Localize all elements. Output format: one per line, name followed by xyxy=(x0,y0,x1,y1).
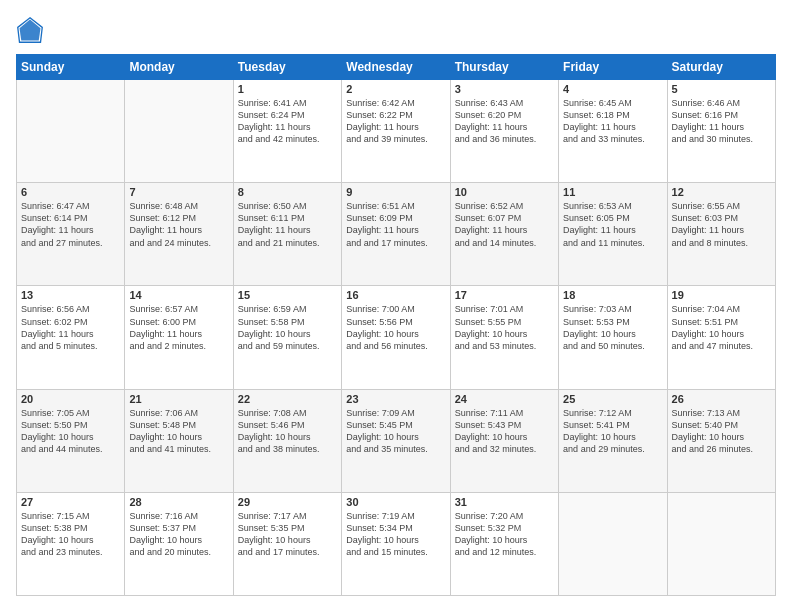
calendar-cell: 23Sunrise: 7:09 AMSunset: 5:45 PMDayligh… xyxy=(342,389,450,492)
daylight-line2: and and 41 minutes. xyxy=(129,443,228,455)
day-detail-line: Sunset: 5:40 PM xyxy=(672,419,771,431)
day-detail-line: Sunrise: 6:46 AM xyxy=(672,97,771,109)
calendar-header-tuesday: Tuesday xyxy=(233,55,341,80)
day-number: 29 xyxy=(238,496,337,508)
daylight-line2: and and 36 minutes. xyxy=(455,133,554,145)
day-detail-line: Sunset: 5:32 PM xyxy=(455,522,554,534)
calendar-week-row: 1Sunrise: 6:41 AMSunset: 6:24 PMDaylight… xyxy=(17,80,776,183)
day-info: Sunrise: 7:20 AMSunset: 5:32 PMDaylight:… xyxy=(455,510,554,559)
day-info: Sunrise: 6:50 AMSunset: 6:11 PMDaylight:… xyxy=(238,200,337,249)
day-detail-line: Sunset: 5:50 PM xyxy=(21,419,120,431)
daylight-line2: and and 17 minutes. xyxy=(238,546,337,558)
calendar-cell: 5Sunrise: 6:46 AMSunset: 6:16 PMDaylight… xyxy=(667,80,775,183)
day-detail-line: Sunrise: 6:56 AM xyxy=(21,303,120,315)
calendar-header-monday: Monday xyxy=(125,55,233,80)
day-info: Sunrise: 7:01 AMSunset: 5:55 PMDaylight:… xyxy=(455,303,554,352)
day-number: 15 xyxy=(238,289,337,301)
day-info: Sunrise: 6:51 AMSunset: 6:09 PMDaylight:… xyxy=(346,200,445,249)
day-detail-line: Sunrise: 6:41 AM xyxy=(238,97,337,109)
daylight-line1: Daylight: 10 hours xyxy=(455,328,554,340)
calendar-cell: 16Sunrise: 7:00 AMSunset: 5:56 PMDayligh… xyxy=(342,286,450,389)
daylight-line2: and and 53 minutes. xyxy=(455,340,554,352)
daylight-line2: and and 44 minutes. xyxy=(21,443,120,455)
daylight-line1: Daylight: 11 hours xyxy=(238,224,337,236)
day-detail-line: Sunrise: 7:00 AM xyxy=(346,303,445,315)
day-detail-line: Sunrise: 6:47 AM xyxy=(21,200,120,212)
daylight-line2: and and 8 minutes. xyxy=(672,237,771,249)
day-info: Sunrise: 6:52 AMSunset: 6:07 PMDaylight:… xyxy=(455,200,554,249)
day-info: Sunrise: 7:13 AMSunset: 5:40 PMDaylight:… xyxy=(672,407,771,456)
day-info: Sunrise: 6:43 AMSunset: 6:20 PMDaylight:… xyxy=(455,97,554,146)
daylight-line1: Daylight: 10 hours xyxy=(346,328,445,340)
calendar-cell: 18Sunrise: 7:03 AMSunset: 5:53 PMDayligh… xyxy=(559,286,667,389)
day-info: Sunrise: 6:56 AMSunset: 6:02 PMDaylight:… xyxy=(21,303,120,352)
calendar-cell xyxy=(667,492,775,595)
daylight-line2: and and 12 minutes. xyxy=(455,546,554,558)
day-detail-line: Sunset: 6:18 PM xyxy=(563,109,662,121)
calendar-cell: 15Sunrise: 6:59 AMSunset: 5:58 PMDayligh… xyxy=(233,286,341,389)
daylight-line2: and and 39 minutes. xyxy=(346,133,445,145)
daylight-line2: and and 5 minutes. xyxy=(21,340,120,352)
daylight-line1: Daylight: 10 hours xyxy=(563,431,662,443)
day-number: 7 xyxy=(129,186,228,198)
day-number: 12 xyxy=(672,186,771,198)
day-info: Sunrise: 6:45 AMSunset: 6:18 PMDaylight:… xyxy=(563,97,662,146)
day-number: 20 xyxy=(21,393,120,405)
day-number: 10 xyxy=(455,186,554,198)
day-number: 31 xyxy=(455,496,554,508)
daylight-line1: Daylight: 11 hours xyxy=(346,224,445,236)
day-detail-line: Sunset: 5:35 PM xyxy=(238,522,337,534)
day-info: Sunrise: 7:06 AMSunset: 5:48 PMDaylight:… xyxy=(129,407,228,456)
calendar-cell: 29Sunrise: 7:17 AMSunset: 5:35 PMDayligh… xyxy=(233,492,341,595)
daylight-line2: and and 17 minutes. xyxy=(346,237,445,249)
day-info: Sunrise: 7:09 AMSunset: 5:45 PMDaylight:… xyxy=(346,407,445,456)
day-number: 2 xyxy=(346,83,445,95)
daylight-line2: and and 29 minutes. xyxy=(563,443,662,455)
day-number: 21 xyxy=(129,393,228,405)
calendar-cell: 19Sunrise: 7:04 AMSunset: 5:51 PMDayligh… xyxy=(667,286,775,389)
daylight-line1: Daylight: 11 hours xyxy=(455,121,554,133)
day-info: Sunrise: 6:59 AMSunset: 5:58 PMDaylight:… xyxy=(238,303,337,352)
daylight-line1: Daylight: 10 hours xyxy=(346,431,445,443)
calendar-cell: 4Sunrise: 6:45 AMSunset: 6:18 PMDaylight… xyxy=(559,80,667,183)
calendar-cell: 20Sunrise: 7:05 AMSunset: 5:50 PMDayligh… xyxy=(17,389,125,492)
calendar-cell: 9Sunrise: 6:51 AMSunset: 6:09 PMDaylight… xyxy=(342,183,450,286)
daylight-line2: and and 14 minutes. xyxy=(455,237,554,249)
daylight-line1: Daylight: 11 hours xyxy=(672,224,771,236)
page: SundayMondayTuesdayWednesdayThursdayFrid… xyxy=(0,0,792,612)
calendar-header-wednesday: Wednesday xyxy=(342,55,450,80)
day-detail-line: Sunrise: 6:42 AM xyxy=(346,97,445,109)
day-number: 11 xyxy=(563,186,662,198)
calendar-cell: 3Sunrise: 6:43 AMSunset: 6:20 PMDaylight… xyxy=(450,80,558,183)
daylight-line1: Daylight: 10 hours xyxy=(672,431,771,443)
day-info: Sunrise: 7:16 AMSunset: 5:37 PMDaylight:… xyxy=(129,510,228,559)
daylight-line1: Daylight: 10 hours xyxy=(21,431,120,443)
calendar-cell: 17Sunrise: 7:01 AMSunset: 5:55 PMDayligh… xyxy=(450,286,558,389)
daylight-line1: Daylight: 11 hours xyxy=(21,224,120,236)
daylight-line1: Daylight: 11 hours xyxy=(346,121,445,133)
calendar-cell: 2Sunrise: 6:42 AMSunset: 6:22 PMDaylight… xyxy=(342,80,450,183)
calendar-cell: 10Sunrise: 6:52 AMSunset: 6:07 PMDayligh… xyxy=(450,183,558,286)
day-number: 19 xyxy=(672,289,771,301)
day-info: Sunrise: 7:05 AMSunset: 5:50 PMDaylight:… xyxy=(21,407,120,456)
day-number: 28 xyxy=(129,496,228,508)
daylight-line1: Daylight: 10 hours xyxy=(129,534,228,546)
daylight-line1: Daylight: 10 hours xyxy=(238,328,337,340)
daylight-line2: and and 50 minutes. xyxy=(563,340,662,352)
day-number: 23 xyxy=(346,393,445,405)
calendar-cell: 11Sunrise: 6:53 AMSunset: 6:05 PMDayligh… xyxy=(559,183,667,286)
day-info: Sunrise: 6:46 AMSunset: 6:16 PMDaylight:… xyxy=(672,97,771,146)
daylight-line1: Daylight: 10 hours xyxy=(238,431,337,443)
day-detail-line: Sunrise: 6:59 AM xyxy=(238,303,337,315)
day-detail-line: Sunset: 6:20 PM xyxy=(455,109,554,121)
day-detail-line: Sunset: 5:58 PM xyxy=(238,316,337,328)
day-number: 5 xyxy=(672,83,771,95)
day-info: Sunrise: 6:53 AMSunset: 6:05 PMDaylight:… xyxy=(563,200,662,249)
day-info: Sunrise: 6:48 AMSunset: 6:12 PMDaylight:… xyxy=(129,200,228,249)
day-number: 17 xyxy=(455,289,554,301)
day-number: 18 xyxy=(563,289,662,301)
daylight-line1: Daylight: 11 hours xyxy=(238,121,337,133)
logo xyxy=(16,16,48,44)
day-detail-line: Sunset: 5:56 PM xyxy=(346,316,445,328)
day-number: 25 xyxy=(563,393,662,405)
